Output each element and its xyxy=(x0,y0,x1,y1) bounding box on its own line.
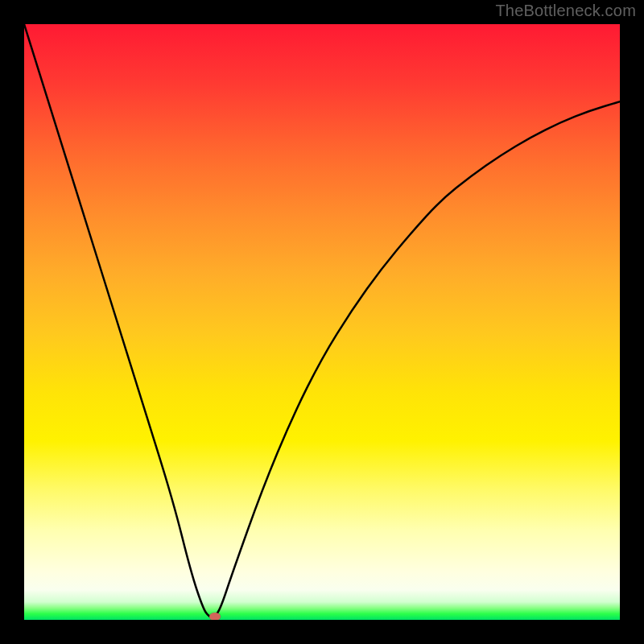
chart-frame: TheBottleneck.com xyxy=(0,0,644,644)
curve-path xyxy=(24,24,620,617)
watermark-text: TheBottleneck.com xyxy=(495,2,636,20)
bottleneck-curve xyxy=(24,24,620,620)
plot-area xyxy=(24,24,620,620)
minimum-marker-icon xyxy=(209,613,221,620)
